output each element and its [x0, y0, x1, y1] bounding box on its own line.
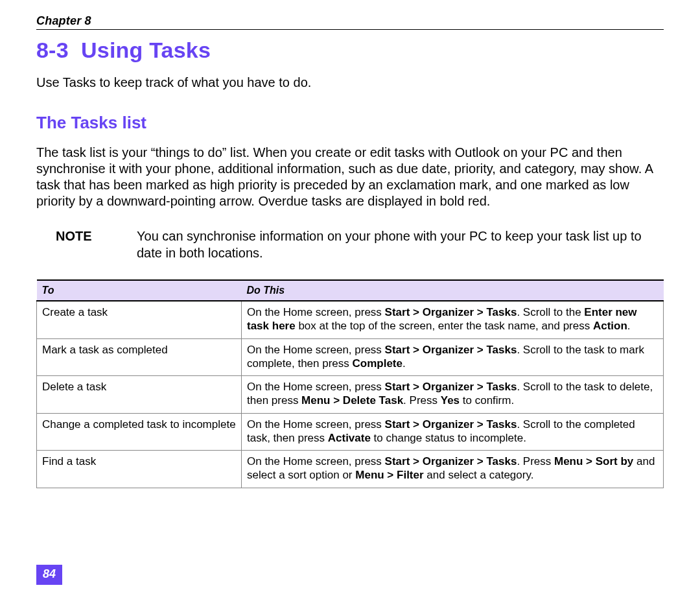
table-cell-do: On the Home screen, press Start > Organi…	[242, 376, 664, 414]
section-title: 8-3 Using Tasks	[36, 38, 664, 63]
table-row: Find a taskOn the Home screen, press Sta…	[37, 451, 664, 488]
table-cell-to: Create a task	[37, 301, 242, 338]
table-cell-do: On the Home screen, press Start > Organi…	[242, 301, 664, 338]
table-header-row: To Do This	[37, 280, 664, 301]
table-cell-to: Mark a task as completed	[37, 338, 242, 376]
note-label: NOTE	[36, 228, 137, 261]
table-cell-do: On the Home screen, press Start > Organi…	[242, 451, 664, 488]
tasks-table: To Do This Create a taskOn the Home scre…	[36, 279, 664, 488]
table-cell-to: Change a completed task to incomplete	[37, 413, 242, 451]
section-name: Using Tasks	[81, 38, 211, 62]
table-row: Create a taskOn the Home screen, press S…	[37, 301, 664, 338]
note-block: NOTE You can synchronise information on …	[36, 228, 664, 261]
subsection-title: The Tasks list	[36, 113, 664, 133]
table-header-to: To	[37, 280, 242, 301]
table-cell-to: Delete a task	[37, 376, 242, 414]
table-row: Mark a task as completedOn the Home scre…	[37, 338, 664, 376]
subsection-body: The task list is your “things to do” lis…	[36, 145, 664, 209]
section-intro: Use Tasks to keep track of what you have…	[36, 75, 664, 91]
chapter-header: Chapter 8	[36, 14, 664, 30]
table-cell-do: On the Home screen, press Start > Organi…	[242, 338, 664, 376]
table-header-do: Do This	[242, 280, 664, 301]
section-number: 8-3	[36, 38, 69, 62]
table-row: Change a completed task to incompleteOn …	[37, 413, 664, 451]
note-text: You can synchronise information on your …	[137, 228, 664, 261]
table-cell-to: Find a task	[37, 451, 242, 488]
page-number: 84	[36, 565, 62, 585]
table-row: Delete a taskOn the Home screen, press S…	[37, 376, 664, 414]
table-cell-do: On the Home screen, press Start > Organi…	[242, 413, 664, 451]
page-container: Chapter 8 8-3 Using Tasks Use Tasks to k…	[0, 0, 700, 603]
